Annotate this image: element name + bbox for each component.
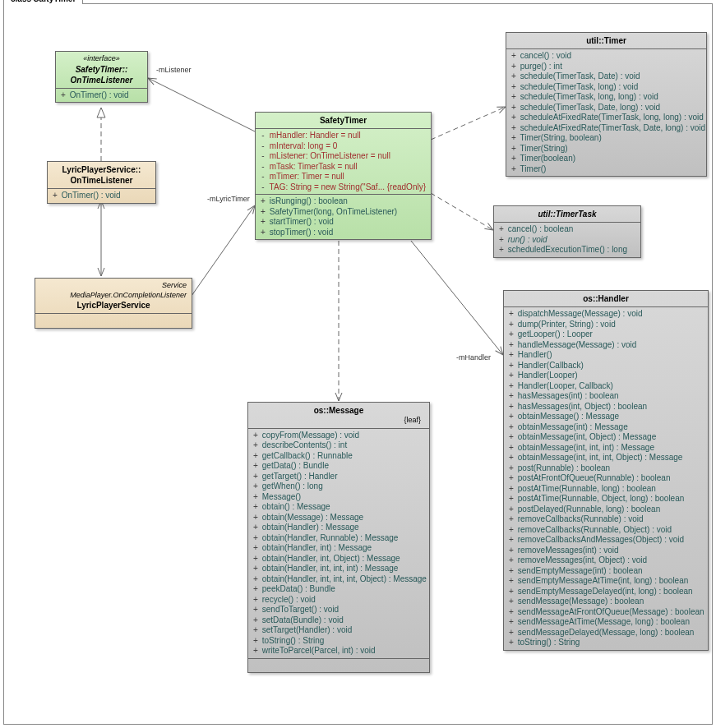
member: + hasMessages(int, Object) : boolean — [507, 402, 704, 412]
member: + run() : void — [497, 235, 637, 246]
class-header: «interface»SafetyTimer::OnTimeListener — [56, 52, 147, 89]
member: + Handler(Looper, Callback) — [507, 381, 704, 392]
member: + peekData() : Bundle — [252, 584, 426, 595]
class-safetytimer[interactable]: SafetyTimer- mHandler: Handler = null- m… — [255, 112, 432, 240]
member: + OnTimer() : void — [51, 191, 152, 201]
member: + sendMessageAtFrontOfQueue(Message) : b… — [507, 607, 704, 618]
member: + scheduleAtFixedRate(TimerTask, Date, l… — [510, 123, 703, 134]
member: + Message() — [252, 492, 426, 503]
leaf-tag: {leaf} — [253, 416, 424, 426]
member: + removeCallbacks(Runnable, Object) : vo… — [507, 525, 704, 536]
member: + removeMessages(int, Object) : void — [507, 555, 704, 566]
member: + postDelayed(Runnable, long) : boolean — [507, 505, 704, 515]
class-os-message[interactable]: os::Message{leaf}+ copyFrom(Message) : v… — [247, 402, 430, 673]
label-mlistener: -mListener — [156, 66, 192, 74]
member: + cancel() : void — [510, 51, 703, 62]
member: + scheduledExecutionTime() : long — [497, 245, 637, 256]
member: + dump(Printer, String) : void — [507, 320, 704, 330]
member: + hasMessages(int) : boolean — [507, 391, 704, 402]
class-lyric-ontimelistener[interactable]: LyricPlayerService::OnTimeListener+ OnTi… — [47, 161, 156, 204]
operations: + cancel() : void+ purge() : int+ schedu… — [506, 49, 706, 176]
member: + getLooper() : Looper — [507, 329, 704, 340]
member: + sendMessage(Message) : boolean — [507, 597, 704, 607]
class-header: os::Handler — [504, 291, 708, 307]
member: + isRunging() : boolean — [259, 196, 427, 207]
member: + writeToParcel(Parcel, int) : void — [252, 646, 426, 657]
member: + startTimer() : void — [259, 217, 427, 228]
member: + removeCallbacksAndMessages(Object) : v… — [507, 535, 704, 546]
member: + setTarget(Handler) : void — [252, 625, 426, 636]
member: + obtainMessage(int, int, int, Object) :… — [507, 453, 704, 463]
class-header: util::TimerTask — [494, 206, 640, 223]
label-mlyrictimer: -mLyricTimer — [207, 195, 250, 203]
member: + removeMessages(int) : void — [507, 546, 704, 556]
member: + Handler() — [507, 350, 704, 361]
member: + getCallback() : Runnable — [252, 451, 426, 462]
class-header: LyricPlayerService::OnTimeListener — [48, 162, 155, 189]
member: + describeContents() : int — [252, 440, 426, 451]
member: + Timer(String) — [510, 144, 703, 154]
member: + recycle() : void — [252, 595, 426, 606]
operations: + cancel() : boolean+ run() : void+ sche… — [494, 223, 640, 257]
empty-section — [35, 314, 192, 328]
member: + obtain(Handler, int) : Message — [252, 543, 426, 554]
member: + Handler(Looper) — [507, 371, 704, 381]
class-ontimelistener[interactable]: «interface»SafetyTimer::OnTimeListener+ … — [55, 51, 148, 103]
diagram-title: class SaftyTimer — [3, 0, 83, 4]
member: + SafetyTimer(long, OnTimeListener) — [259, 207, 427, 218]
label-mhandler: -mHandler — [456, 353, 491, 362]
operations: + dispatchMessage(Message) : void+ dump(… — [504, 307, 708, 650]
operations: + isRunging() : boolean+ SafetyTimer(lon… — [256, 195, 431, 239]
member: + setData(Bundle) : void — [252, 615, 426, 626]
class-util-timertask[interactable]: util::TimerTask+ cancel() : boolean+ run… — [493, 205, 641, 258]
member: + schedule(TimerTask, Date, long) : void — [510, 103, 703, 113]
member: + Timer() — [510, 164, 703, 175]
empty-section — [248, 659, 429, 673]
member: + obtain(Handler) : Message — [252, 523, 426, 533]
member: + sendMessageDelayed(Message, long) : bo… — [507, 628, 704, 638]
class-os-handler[interactable]: os::Handler+ dispatchMessage(Message) : … — [503, 290, 709, 651]
member: + OnTimer() : void — [59, 90, 144, 101]
class-util-timer[interactable]: util::Timer+ cancel() : void+ purge() : … — [506, 32, 707, 177]
member: + cancel() : boolean — [497, 224, 637, 235]
member: + handleMessage(Message) : void — [507, 340, 704, 351]
member: + sendToTarget() : void — [252, 605, 426, 615]
member: - mTimer: Timer = null — [259, 172, 427, 182]
member: + scheduleAtFixedRate(TimerTask, long, l… — [510, 113, 703, 123]
operations: + OnTimer() : void — [48, 189, 155, 203]
member: + schedule(TimerTask, Date) : void — [510, 71, 703, 82]
member: + toString() : String — [252, 636, 426, 647]
member: + obtain(Handler, Runnable) : Message — [252, 533, 426, 544]
member: - mTask: TimerTask = null — [259, 162, 427, 173]
class-lyricplayerservice[interactable]: ServiceMediaPlayer.OnCompletionListenerL… — [35, 278, 192, 329]
member: + obtainMessage(int, int, int) : Message — [507, 443, 704, 454]
member: + getTarget() : Handler — [252, 472, 426, 482]
member: + Timer(String, boolean) — [510, 133, 703, 144]
member: + postAtTime(Runnable, Object, long) : b… — [507, 494, 704, 505]
member: + purge() : int — [510, 62, 703, 72]
member: + dispatchMessage(Message) : void — [507, 309, 704, 320]
member: + getData() : Bundle — [252, 461, 426, 472]
operations: + copyFrom(Message) : void+ describeCont… — [248, 429, 429, 659]
member: - TAG: String = new String("Saf... {read… — [259, 182, 427, 193]
member: + obtainMessage() : Message — [507, 412, 704, 422]
class-header: os::Message{leaf} — [248, 403, 429, 429]
member: + sendEmptyMessageDelayed(int, long) : b… — [507, 587, 704, 597]
member: + Timer(boolean) — [510, 154, 703, 164]
member: - mInterval: long = 0 — [259, 141, 427, 152]
class-header: SafetyTimer — [256, 113, 431, 129]
member: + postAtFrontOfQueue(Runnable) : boolean — [507, 473, 704, 484]
class-header: ServiceMediaPlayer.OnCompletionListenerL… — [35, 279, 192, 314]
member: + getWhen() : long — [252, 481, 426, 492]
member: + sendEmptyMessage(int) : boolean — [507, 566, 704, 577]
member: + post(Runnable) : boolean — [507, 463, 704, 474]
member: + schedule(TimerTask, long, long) : void — [510, 92, 703, 103]
member: + copyFrom(Message) : void — [252, 431, 426, 441]
member: + postAtTime(Runnable, long) : boolean — [507, 484, 704, 495]
class-header: util::Timer — [506, 33, 706, 49]
member: + obtainMessage(int, Object) : Message — [507, 432, 704, 443]
member: + sendEmptyMessageAtTime(int, long) : bo… — [507, 576, 704, 587]
member: + obtainMessage(int) : Message — [507, 422, 704, 433]
member: + obtain() : Message — [252, 502, 426, 513]
member: + schedule(TimerTask, long) : void — [510, 82, 703, 93]
